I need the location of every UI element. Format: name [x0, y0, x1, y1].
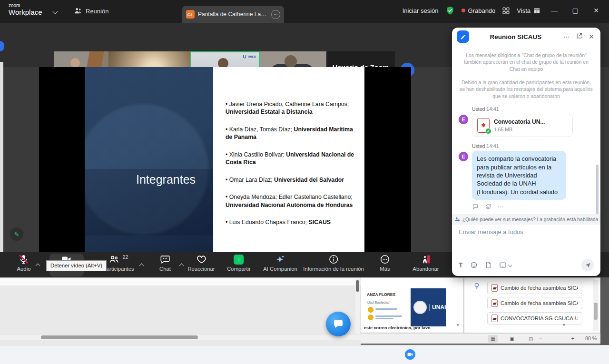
chat-input[interactable]: [459, 228, 594, 255]
file-attachment-card[interactable]: ✱✓ Convocatoria UN... 1.65 MB: [472, 114, 573, 137]
send-button[interactable]: [581, 259, 594, 271]
tab-meeting[interactable]: Reunión: [74, 7, 108, 15]
message-bubble: Les comparto la convocatoria para public…: [472, 151, 566, 200]
slide-bullet: • Oneyda Mendoza; Edler Castellano Caste…: [226, 193, 355, 209]
participants-icon: [108, 254, 119, 265]
attachment-chip[interactable]: ▰ Cambio de fecha asamblea SICA...: [487, 282, 582, 294]
attach-file-icon[interactable]: [485, 261, 492, 269]
message-more-icon[interactable]: ⋯: [498, 203, 504, 210]
screenshot-icon[interactable]: [499, 261, 511, 269]
scrollbar-thumb[interactable]: [356, 280, 359, 292]
zoom-app-icon[interactable]: [404, 349, 416, 360]
privacy-text: ¿Quién puede ver sus mensajes? La grabac…: [462, 217, 599, 222]
help-chat-fab[interactable]: [326, 312, 351, 336]
desktop: zoom Workplace Reunión CL Pantalla de Ca…: [0, 0, 609, 364]
privacy-notice: ¿Quién puede ver sus mensajes? La grabac…: [452, 214, 600, 225]
chat-button[interactable]: Chat: [159, 254, 171, 272]
uned-logo-text: UNED: [248, 55, 256, 58]
recording-label: Grabando: [468, 7, 496, 14]
dropdown-arrow-icon[interactable]: ▾: [457, 323, 459, 327]
more-button[interactable]: Más: [380, 254, 390, 272]
layout-view-icon[interactable]: ◫: [526, 335, 536, 343]
shared-screen: Integrantes • Javier Ureña Picado, Cathe…: [39, 67, 411, 252]
participants-button[interactable]: 22 Participantes: [103, 254, 134, 272]
slide-bullet: • Javier Ureña Picado, Catherine Lara Ca…: [226, 100, 355, 116]
scrollbar-thumb[interactable]: [41, 335, 198, 339]
chat-label: Chat: [159, 266, 171, 272]
react-button[interactable]: Reaccionar: [187, 254, 215, 272]
chat-header: Reunión SICAUS ⋯ ✕: [452, 28, 600, 46]
tab-screen-share[interactable]: CL Pantalla de Catherine Lara Campo ⋯: [182, 6, 284, 23]
share-screen-button[interactable]: ↑ Compartir: [227, 254, 251, 272]
message-meta: Usted 14:41: [472, 106, 594, 112]
security-shield-icon[interactable]: [445, 6, 455, 15]
zoom-in-icon[interactable]: +: [568, 335, 578, 343]
check-badge-icon: ✓: [485, 128, 491, 134]
info-icon: [328, 254, 339, 265]
meeting-info-button[interactable]: Información de la reunión: [303, 254, 363, 272]
close-chat-icon[interactable]: ✕: [587, 33, 596, 40]
compose-button[interactable]: [457, 30, 469, 43]
dropdown-arrow-icon[interactable]: ▾: [563, 323, 565, 327]
unah-seal-icon: [413, 301, 427, 314]
share-up-arrow-icon: ↑: [234, 255, 244, 265]
zoom-slider[interactable]: [540, 339, 570, 339]
uned-emblem-icon: [242, 54, 247, 59]
email-preview-pane[interactable]: ANZA FLORES idad Sociedad UNAH este corr…: [361, 277, 464, 333]
minimize-button[interactable]: —: [547, 7, 561, 14]
system-message: Debido a la gran cantidad de participant…: [459, 79, 594, 100]
pop-out-icon[interactable]: [575, 33, 583, 40]
more-ellipsis-icon: [380, 254, 390, 265]
tab-more-icon[interactable]: ⋯: [271, 10, 280, 19]
participants-options-chevron[interactable]: [140, 261, 143, 269]
attachments-panel[interactable]: ▰ Cambio de fecha asamblea SICA... ▰ Cam…: [464, 277, 600, 333]
address-text: [375, 318, 393, 319]
reply-icon[interactable]: [472, 203, 479, 210]
background-window[interactable]: [0, 277, 361, 345]
attachment-chip[interactable]: ▰ CONVOCATORIA SG-CSUCA-UN...: [487, 312, 582, 325]
gallery-grid-icon[interactable]: [502, 7, 510, 15]
meeting-info-label: Información de la reunión: [303, 266, 363, 272]
audio-label: Audio: [17, 266, 31, 272]
send-plane-icon: [585, 262, 591, 268]
message-actions: ⋯: [472, 203, 594, 210]
message-sender: Usted: [472, 106, 485, 112]
add-reaction-icon[interactable]: [485, 203, 492, 210]
vertical-scrollbar[interactable]: [593, 280, 599, 331]
ai-companion-button[interactable]: AI Companion: [263, 254, 297, 272]
leave-button[interactable]: Abandonar: [413, 254, 439, 272]
message-time: 14:41: [486, 106, 499, 112]
participants-label: Participantes: [103, 266, 134, 272]
document-subheading-fragment: idad Sociedad: [367, 300, 390, 305]
grid-view-icon[interactable]: ▦: [488, 335, 498, 343]
more-label: Más: [380, 266, 390, 272]
recording-dot-icon: [462, 9, 465, 12]
tab-meeting-label: Reunión: [86, 8, 108, 15]
chat-messages[interactable]: Los mensajes dirigidos a "Chat de grupo …: [452, 46, 600, 214]
chat-options-chevron[interactable]: [180, 261, 183, 269]
uned-logo: UNED: [242, 54, 256, 59]
close-button[interactable]: ✕: [589, 7, 603, 14]
view-button[interactable]: Vista: [517, 7, 540, 14]
format-text-icon[interactable]: T: [459, 261, 463, 269]
vertical-scrollbar[interactable]: [355, 279, 360, 334]
ai-companion-label: AI Companion: [263, 266, 297, 272]
zoom-camera-glyph: [407, 352, 413, 357]
horizontal-scrollbar[interactable]: [0, 335, 361, 340]
emoji-icon[interactable]: [470, 261, 478, 269]
chat-scrollbar-thumb[interactable]: [596, 165, 599, 214]
scrollbar-thumb[interactable]: [594, 303, 598, 320]
chevron-down-icon[interactable]: [52, 9, 58, 14]
reading-view-icon[interactable]: ▣: [507, 335, 517, 343]
chat-more-icon[interactable]: ⋯: [562, 33, 571, 40]
participant-silhouette: [70, 58, 80, 68]
signin-button[interactable]: Iniciar sesión: [403, 7, 439, 14]
annotate-button[interactable]: ✎: [10, 227, 23, 241]
audio-options-chevron[interactable]: [36, 261, 39, 269]
system-message: Los mensajes dirigidos a "Chat de grupo …: [459, 52, 594, 73]
audio-button[interactable]: Audio: [17, 254, 31, 272]
participants-count: 22: [122, 254, 128, 260]
attachment-chip[interactable]: ▰ Cambio de fecha asamblea SICA...: [487, 297, 582, 309]
chat-message: E ✱✓ Convocatoria UN... 1.65 MB: [459, 114, 594, 137]
maximize-button[interactable]: ▢: [568, 7, 582, 14]
